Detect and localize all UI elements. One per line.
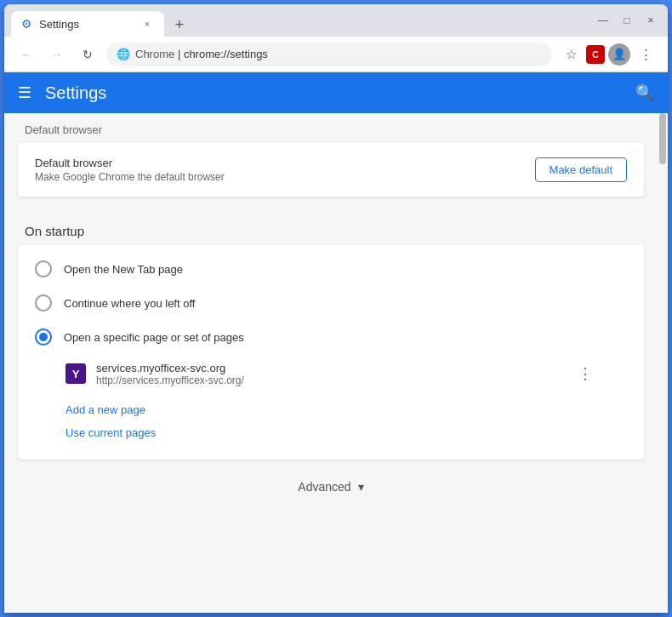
url-separator: | — [178, 48, 184, 60]
startup-option-2[interactable]: Continue where you left off — [18, 286, 644, 320]
url-text: Chrome | chrome://settings — [135, 48, 268, 60]
add-new-page-link[interactable]: Add a new page — [65, 400, 596, 420]
window-controls: — □ × — [593, 10, 661, 31]
url-site: Chrome — [135, 48, 174, 60]
make-default-button[interactable]: Make default — [535, 157, 627, 182]
advanced-label: Advanced — [298, 480, 350, 494]
default-browser-card: Default browser Make Google Chrome the d… — [18, 143, 644, 197]
active-tab[interactable]: ⚙ Settings × — [11, 11, 164, 37]
tab-favicon: ⚙ — [21, 17, 32, 31]
maximize-button[interactable]: □ — [617, 10, 637, 31]
startup-page-entry: Y services.myofficex-svc.org http://serv… — [18, 354, 644, 393]
settings-search-icon[interactable]: 🔍 — [635, 83, 654, 102]
use-current-pages-link[interactable]: Use current pages — [65, 423, 596, 443]
action-links: Add a new page Use current pages — [18, 393, 644, 453]
settings-header: ☰ Settings 🔍 — [4, 72, 668, 113]
settings-page-title: Settings — [45, 83, 635, 103]
site-info: services.myofficex-svc.org http://servic… — [96, 362, 564, 386]
more-options-button[interactable]: ⋮ — [574, 361, 596, 386]
startup-card: Open the New Tab page Continue where you… — [18, 245, 644, 460]
startup-option-3[interactable]: Open a specific page or set of pages — [18, 320, 644, 354]
tab-title: Settings — [39, 18, 134, 31]
extension-icon[interactable]: C — [586, 45, 605, 64]
address-bar: ← → ↻ 🌐 Chrome | chrome://settings ☆ C 👤… — [4, 37, 668, 72]
toolbar-icons: ☆ C 👤 ⋮ — [559, 43, 658, 66]
scrollbar[interactable] — [658, 113, 668, 613]
radio-2 — [35, 294, 52, 311]
advanced-arrow-icon: ▾ — [358, 480, 364, 494]
content-area: Default browser Default browser Make Goo… — [4, 113, 668, 613]
advanced-section[interactable]: Advanced ▾ — [4, 460, 658, 514]
minimize-button[interactable]: — — [593, 10, 613, 31]
refresh-button[interactable]: ↻ — [76, 43, 100, 66]
url-box[interactable]: 🌐 Chrome | chrome://settings — [106, 43, 552, 66]
scrollbar-thumb[interactable] — [659, 113, 666, 164]
tab-area: ⚙ Settings × + — [11, 4, 593, 37]
browser-window: ⚙ Settings × + — □ × ← → ↻ 🌐 Chrome | ch… — [4, 4, 668, 613]
on-startup-heading: On startup — [4, 210, 658, 245]
new-tab-button[interactable]: + — [168, 13, 191, 37]
default-browser-info: Default browser Make Google Chrome the d… — [35, 157, 225, 183]
site-name: services.myofficex-svc.org — [96, 362, 564, 374]
startup-label-2: Continue where you left off — [64, 297, 195, 310]
startup-label-3: Open a specific page or set of pages — [64, 331, 244, 344]
startup-option-1[interactable]: Open the New Tab page — [18, 252, 644, 286]
site-url: http://services.myofficex-svc.org/ — [96, 374, 564, 386]
lock-icon: 🌐 — [117, 48, 130, 60]
menu-icon[interactable]: ⋮ — [634, 43, 658, 66]
forward-button[interactable]: → — [45, 43, 69, 66]
default-browser-title: Default browser — [35, 157, 225, 169]
tab-close-button[interactable]: × — [140, 17, 154, 31]
radio-3-selected — [35, 328, 52, 346]
default-browser-heading: Default browser — [4, 113, 658, 143]
startup-label-1: Open the New Tab page — [64, 263, 183, 276]
radio-1 — [35, 260, 52, 277]
close-button[interactable]: × — [641, 10, 661, 31]
default-browser-subtitle: Make Google Chrome the default browser — [35, 171, 225, 183]
bookmark-icon[interactable]: ☆ — [559, 43, 583, 66]
hamburger-icon[interactable]: ☰ — [18, 83, 31, 102]
site-favicon: Y — [65, 363, 86, 384]
back-button[interactable]: ← — [14, 43, 38, 66]
profile-icon[interactable]: 👤 — [608, 43, 630, 66]
url-path: chrome://settings — [184, 48, 268, 60]
main-content: Default browser Default browser Make Goo… — [4, 113, 658, 613]
title-bar: ⚙ Settings × + — □ × — [4, 4, 668, 37]
